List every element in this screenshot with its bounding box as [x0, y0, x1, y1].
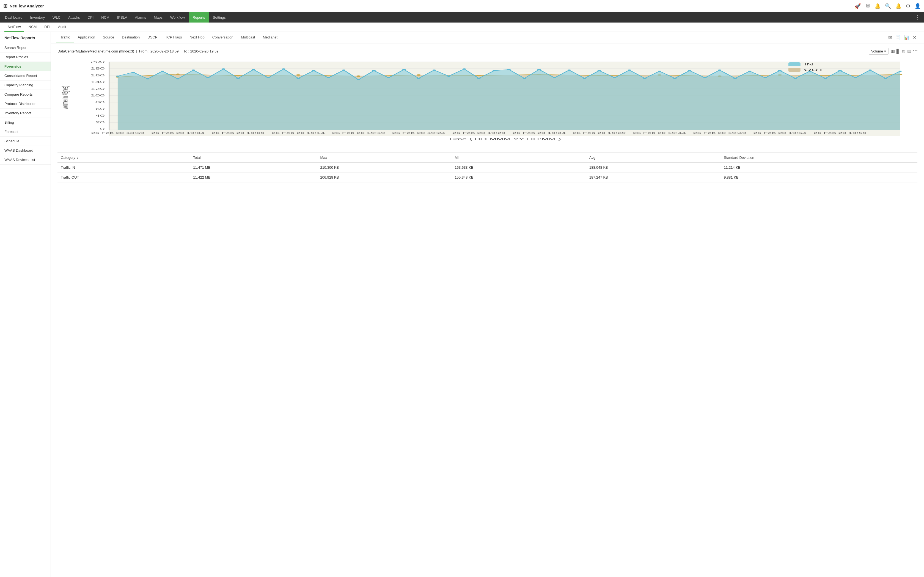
nav-reports[interactable]: Reports [189, 12, 209, 23]
svg-point-71 [613, 77, 617, 78]
svg-point-26 [236, 75, 240, 76]
nav-ipsla[interactable]: IPSLA [113, 12, 131, 23]
svg-text:26 Feb 20 19:34: 26 Feb 20 19:34 [512, 132, 566, 134]
stacked-bar-icon[interactable]: ▤ [907, 48, 911, 54]
sidebar-item-protocol-distribution[interactable]: Protocol Distribution [0, 99, 51, 108]
report-separator-1: | [135, 49, 139, 53]
svg-point-80 [748, 71, 751, 72]
close-icon[interactable]: ✕ [913, 35, 916, 40]
svg-point-38 [116, 76, 120, 77]
sidebar-item-forensics[interactable]: Forensics [0, 62, 51, 71]
sidebar-item-inventory-report[interactable]: Inventory Report [0, 108, 51, 118]
cell-max-1: 206.928 KB [317, 172, 451, 182]
tab-destination[interactable]: Destination [118, 32, 144, 43]
svg-point-44 [206, 77, 210, 78]
nav-inventory[interactable]: Inventory [26, 12, 48, 23]
tab-conversation[interactable]: Conversation [208, 32, 237, 43]
svg-text:volume (In KBytes): volume (In KBytes) [60, 86, 69, 109]
line-chart-icon[interactable]: 〰 [913, 48, 918, 54]
nav-wlc[interactable]: WLC [48, 12, 65, 23]
area-chart-icon[interactable]: ▨ [901, 48, 906, 54]
svg-point-67 [553, 77, 556, 78]
content-area: Traffic Application Source Destination D… [51, 32, 924, 577]
sub-nav-audit[interactable]: Audit [55, 23, 69, 32]
col-header-avg: Avg [586, 153, 720, 163]
svg-text:26 Feb 20 19:29: 26 Feb 20 19:29 [452, 132, 506, 134]
grid-icon[interactable]: ⊞ [3, 3, 7, 9]
tab-dscp[interactable]: DSCP [144, 32, 161, 43]
sort-arrow-icon: ▴ [77, 156, 78, 160]
sidebar-item-search-report[interactable]: Search Report [0, 43, 51, 53]
table-row: Traffic OUT 11.422 MB 206.928 KB 155.348… [58, 172, 918, 182]
svg-point-47 [252, 69, 255, 70]
email-icon[interactable]: ✉ [888, 35, 892, 40]
tab-traffic[interactable]: Traffic [57, 32, 74, 43]
sidebar-item-capacity-planning[interactable]: Capacity Planning [0, 81, 51, 90]
svg-point-52 [327, 77, 330, 78]
nav-ncm[interactable]: NCM [97, 12, 113, 23]
tab-tcp-flags[interactable]: TCP Flags [161, 32, 186, 43]
svg-point-78 [718, 69, 722, 71]
volume-dropdown[interactable]: Volume ▾ [869, 48, 888, 55]
tab-next-hop[interactable]: Next Hop [186, 32, 208, 43]
nav-attacks[interactable]: Attacks [65, 12, 84, 23]
svg-point-58 [417, 78, 420, 79]
rocket-icon[interactable]: 🚀 [855, 3, 861, 9]
svg-point-85 [824, 78, 827, 79]
chart-type-icons: ▦ ▋ ▨ ▤ 〰 [891, 48, 918, 54]
sidebar-item-waas-dashboard[interactable]: WAAS Dashboard [0, 146, 51, 155]
bell-icon[interactable]: 🔔 [895, 3, 901, 9]
svg-point-63 [493, 70, 496, 71]
settings-bell-icon[interactable]: 🔔 [874, 3, 880, 9]
search-icon[interactable]: 🔍 [885, 3, 891, 9]
nav-maps[interactable]: Maps [150, 12, 166, 23]
sidebar-item-billing[interactable]: Billing [0, 118, 51, 127]
sub-nav-ncm[interactable]: NCM [25, 23, 40, 32]
report-tabs: Traffic Application Source Destination D… [51, 32, 924, 44]
col-header-category[interactable]: Category ▴ [58, 153, 190, 163]
svg-point-43 [192, 69, 195, 71]
svg-point-73 [643, 78, 646, 79]
svg-point-62 [477, 78, 481, 79]
bar-chart-icon[interactable]: ▋ [897, 48, 900, 54]
tab-source[interactable]: Source [99, 32, 118, 43]
report-info: DataCenterMElabv9Medianet.me.com (IfInde… [58, 49, 218, 53]
gear-icon[interactable]: ⚙ [906, 3, 910, 9]
nav-dpi[interactable]: DPI [84, 12, 98, 23]
nav-dashboard[interactable]: Dashboard [1, 12, 26, 23]
svg-text:60: 60 [95, 108, 105, 110]
sidebar-item-report-profiles[interactable]: Report Profiles [0, 53, 51, 62]
sidebar-item-waas-devices-list[interactable]: WAAS Devices List [0, 155, 51, 164]
svg-point-82 [778, 70, 782, 71]
pdf-icon[interactable]: 📄 [895, 35, 901, 40]
cell-min-1: 155.348 KB [452, 172, 586, 182]
sidebar: NetFlow Reports Search Report Report Pro… [0, 32, 51, 577]
tab-medianet[interactable]: Medianet [259, 32, 281, 43]
sidebar-item-compare-reports[interactable]: Compare Reports [0, 90, 51, 99]
nav-alarms[interactable]: Alarms [131, 12, 150, 23]
svg-rect-107 [788, 62, 801, 66]
svg-point-59 [432, 69, 436, 71]
monitor-icon[interactable]: 🖥 [865, 3, 870, 9]
report-from-time: 2020-02-26 18:59 [150, 49, 179, 53]
sub-nav-dpi[interactable]: DPI [41, 23, 53, 32]
nav-more-icon[interactable]: ⋮ [913, 14, 923, 20]
sidebar-item-schedule[interactable]: Schedule [0, 137, 51, 146]
tab-application[interactable]: Application [74, 32, 99, 43]
sidebar-item-forecast[interactable]: Forecast [0, 127, 51, 137]
data-table: Category ▴ Total Max Min A [58, 153, 918, 182]
sub-nav-netflow[interactable]: NetFlow [5, 23, 24, 32]
table-icon[interactable]: ▦ [891, 48, 895, 54]
svg-point-42 [176, 78, 180, 79]
user-icon[interactable]: 👤 [915, 3, 921, 9]
app-logo: ⊞ NetFlow Analyzer [3, 3, 855, 9]
sidebar-item-consolidated-report[interactable]: Consolidated Report [0, 71, 51, 81]
nav-settings[interactable]: Settings [209, 12, 229, 23]
svg-point-45 [222, 68, 225, 69]
tab-multicast[interactable]: Multicast [237, 32, 259, 43]
report-content: DataCenterMElabv9Medianet.me.com (IfInde… [51, 44, 924, 187]
svg-point-89 [884, 78, 887, 79]
nav-workflow[interactable]: Workflow [166, 12, 189, 23]
svg-point-51 [312, 70, 316, 71]
export-icon[interactable]: 📊 [904, 35, 909, 40]
